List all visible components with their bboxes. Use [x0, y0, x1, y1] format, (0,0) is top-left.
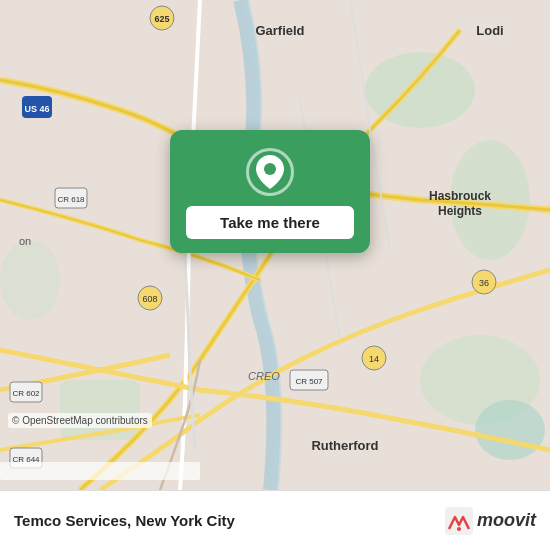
map-attribution: © OpenStreetMap contributors: [8, 413, 152, 428]
svg-text:Heights: Heights: [438, 204, 482, 218]
svg-text:608: 608: [142, 294, 157, 304]
map-view[interactable]: US 46 625 CR 618 CR 602 CR 644 608 CR 50…: [0, 0, 550, 490]
svg-point-35: [457, 527, 461, 531]
moovit-logo: moovit: [445, 507, 536, 535]
location-icon-container: [246, 148, 294, 196]
take-me-there-button[interactable]: Take me there: [186, 206, 354, 239]
moovit-icon: [445, 507, 473, 535]
svg-text:Hasbrouck: Hasbrouck: [429, 189, 491, 203]
svg-text:625: 625: [154, 14, 169, 24]
svg-rect-5: [60, 380, 140, 440]
svg-text:36: 36: [479, 278, 489, 288]
svg-text:CR 507: CR 507: [295, 377, 323, 386]
svg-text:Lodi: Lodi: [476, 23, 503, 38]
svg-text:CREO: CREO: [248, 370, 280, 382]
svg-text:CR 618: CR 618: [57, 195, 85, 204]
svg-text:on: on: [19, 235, 31, 247]
svg-point-6: [0, 240, 60, 320]
svg-text:CR 602: CR 602: [12, 389, 40, 398]
moovit-brand-text: moovit: [477, 510, 536, 531]
svg-rect-32: [0, 462, 200, 480]
svg-point-33: [264, 163, 276, 175]
svg-point-4: [475, 400, 545, 460]
svg-text:Rutherford: Rutherford: [311, 438, 378, 453]
bottom-bar: Temco Services, New York City moovit: [0, 490, 550, 550]
svg-text:US 46: US 46: [24, 104, 49, 114]
location-title: Temco Services, New York City: [14, 512, 445, 529]
location-pin-icon: [256, 155, 284, 189]
take-me-there-card[interactable]: Take me there: [170, 130, 370, 253]
svg-text:Garfield: Garfield: [255, 23, 304, 38]
svg-text:14: 14: [369, 354, 379, 364]
